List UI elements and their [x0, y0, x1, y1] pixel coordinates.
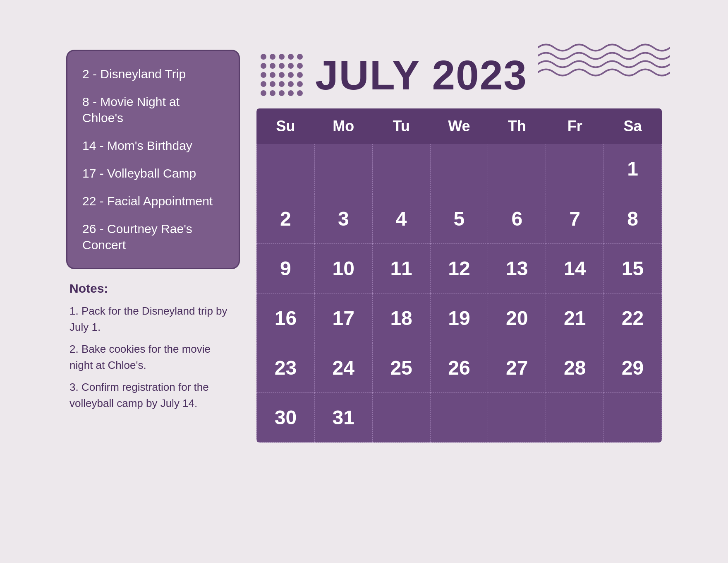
calendar-day — [372, 392, 430, 442]
calendar-day — [546, 392, 604, 442]
calendar-day: 25 — [372, 343, 430, 392]
calendar-day — [488, 144, 546, 194]
event-item-1: 2 - Disneyland Trip — [82, 66, 224, 82]
notes-title: Notes: — [69, 282, 237, 296]
calendar-day: 16 — [257, 293, 315, 343]
day-header-sa: Sa — [604, 108, 662, 144]
calendar-day: 14 — [546, 243, 604, 293]
calendar-day: 31 — [314, 392, 372, 442]
calendar-day — [257, 144, 315, 194]
calendar-day: 22 — [604, 293, 662, 343]
calendar-header-row: Su Mo Tu We Th Fr Sa — [257, 108, 662, 144]
calendar-day — [546, 144, 604, 194]
calendar-day: 28 — [546, 343, 604, 392]
calendar-day: 10 — [314, 243, 372, 293]
page-container: 2 - Disneyland Trip 8 - Movie Night at C… — [50, 33, 678, 530]
calendar-day: 19 — [430, 293, 488, 343]
calendar-week-2: 2345678 — [257, 194, 662, 243]
calendar-day — [604, 392, 662, 442]
wavy-decoration — [538, 41, 670, 79]
calendar-day: 3 — [314, 194, 372, 243]
calendar-table: Su Mo Tu We Th Fr Sa 1234567891011121314… — [256, 108, 662, 443]
calendar-day — [314, 144, 372, 194]
dot-grid — [261, 54, 303, 96]
day-header-mo: Mo — [314, 108, 372, 144]
day-header-we: We — [430, 108, 488, 144]
calendar-day: 18 — [372, 293, 430, 343]
calendar-week-3: 9101112131415 — [257, 243, 662, 293]
note-item-3: 3. Confirm registration for the volleyba… — [69, 379, 237, 411]
calendar-day: 15 — [604, 243, 662, 293]
calendar-grid-container: Su Mo Tu We Th Fr Sa 1234567891011121314… — [256, 108, 662, 443]
calendar-day: 2 — [257, 194, 315, 243]
calendar-day: 9 — [257, 243, 315, 293]
event-item-3: 14 - Mom's Birthday — [82, 137, 224, 154]
note-item-2: 2. Bake cookies for the movie night at C… — [69, 341, 237, 373]
calendar-day: 27 — [488, 343, 546, 392]
calendar-day: 13 — [488, 243, 546, 293]
calendar-week-6: 3031 — [257, 392, 662, 442]
calendar-day: 4 — [372, 194, 430, 243]
right-column: JULY 2023 Su Mo Tu We Th Fr Sa — [256, 50, 662, 513]
day-header-su: Su — [257, 108, 315, 144]
calendar-day: 21 — [546, 293, 604, 343]
calendar-day: 24 — [314, 343, 372, 392]
calendar-day: 6 — [488, 194, 546, 243]
calendar-day: 7 — [546, 194, 604, 243]
day-header-th: Th — [488, 108, 546, 144]
calendar-day — [372, 144, 430, 194]
left-column: 2 - Disneyland Trip 8 - Movie Night at C… — [66, 50, 240, 513]
calendar-week-5: 23242526272829 — [257, 343, 662, 392]
calendar-day: 26 — [430, 343, 488, 392]
day-header-tu: Tu — [372, 108, 430, 144]
calendar-day: 30 — [257, 392, 315, 442]
event-item-4: 17 - Volleyball Camp — [82, 165, 224, 181]
calendar-day: 11 — [372, 243, 430, 293]
calendar-title: JULY 2023 — [315, 54, 527, 96]
calendar-day: 17 — [314, 293, 372, 343]
calendar-day: 20 — [488, 293, 546, 343]
calendar-day — [488, 392, 546, 442]
calendar-day: 8 — [604, 194, 662, 243]
calendar-day: 5 — [430, 194, 488, 243]
day-header-fr: Fr — [546, 108, 604, 144]
event-item-5: 22 - Facial Appointment — [82, 193, 224, 209]
calendar-day: 23 — [257, 343, 315, 392]
note-item-1: 1. Pack for the Disneyland trip by July … — [69, 303, 237, 335]
event-item-2: 8 - Movie Night at Chloe's — [82, 94, 224, 126]
calendar-week-4: 16171819202122 — [257, 293, 662, 343]
calendar-day: 29 — [604, 343, 662, 392]
calendar-day: 1 — [604, 144, 662, 194]
calendar-day — [430, 144, 488, 194]
event-item-6: 26 - Courtney Rae's Concert — [82, 221, 224, 253]
calendar-day: 12 — [430, 243, 488, 293]
calendar-day — [430, 392, 488, 442]
calendar-week-1: 1 — [257, 144, 662, 194]
notes-section: Notes: 1. Pack for the Disneyland trip b… — [66, 282, 240, 417]
events-box: 2 - Disneyland Trip 8 - Movie Night at C… — [66, 50, 240, 269]
